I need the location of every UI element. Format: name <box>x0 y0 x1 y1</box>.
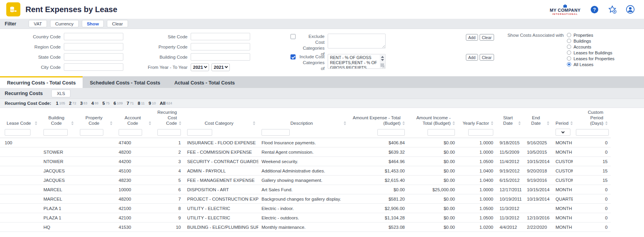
sort-icon[interactable] <box>453 121 455 126</box>
page-link-6[interactable]: 6109 <box>114 101 123 106</box>
tab-scheduled-costs-total-costs[interactable]: Scheduled Costs - Total Costs <box>83 76 167 88</box>
radio-option-leases-for-properties[interactable]: Leases for Properties <box>567 56 615 61</box>
radio-option-leases-for-buildings[interactable]: Leases for Buildings <box>567 50 615 56</box>
radio-option-accounts[interactable]: Accounts <box>567 44 615 50</box>
column-header-recurring-cost-code[interactable]: Recurring Cost Code <box>154 108 184 128</box>
table-row[interactable]: JACQUES482305FEE - MANAGEMENT EXPENSEGal… <box>0 176 611 185</box>
table-row[interactable]: NTOWER442003SECURITY - CONTRACT GUARDSWe… <box>0 157 611 166</box>
column-filter-lease-code[interactable] <box>5 129 31 136</box>
page-link-3[interactable]: 383 <box>80 101 87 106</box>
resize-handle-icon[interactable] <box>381 44 385 48</box>
column-header-cost-category[interactable]: Cost Category <box>184 108 258 128</box>
help-icon[interactable]: ? <box>590 5 599 14</box>
sort-icon[interactable] <box>110 121 112 126</box>
scroll-down-icon[interactable] <box>381 59 384 61</box>
sort-icon[interactable] <box>149 121 151 126</box>
page-link-9[interactable]: 910 <box>149 101 156 106</box>
sort-icon[interactable] <box>491 121 493 126</box>
page-link-all[interactable]: All624 <box>160 101 172 106</box>
include-cost-textarea[interactable]: RENT - % OF GROSS RECEIPTS,RENT - % OF G… <box>328 54 386 69</box>
column-header-end-date[interactable]: End Date <box>524 108 552 128</box>
table-row[interactable]: STOWER482002FEE - COMMISSION EXPENSERent… <box>0 147 611 157</box>
show-button[interactable]: Show <box>82 20 104 27</box>
sort-icon[interactable] <box>344 121 346 126</box>
page-link-4[interactable]: 488 <box>91 101 98 106</box>
filter-field-input-region-code[interactable] <box>64 43 123 50</box>
radio-option-properties[interactable]: Properties <box>567 32 615 38</box>
sort-icon[interactable] <box>547 121 549 126</box>
include-cost-checkbox[interactable] <box>290 54 296 59</box>
column-filter-cost-category[interactable] <box>187 129 212 136</box>
sort-icon[interactable] <box>570 121 573 126</box>
column-header-description[interactable]: Description <box>258 108 349 128</box>
column-label: Yearly Factor <box>461 120 489 126</box>
column-header-building-code[interactable]: Building Code <box>40 108 77 128</box>
column-filter-custom-period-days[interactable] <box>576 129 609 136</box>
page-link-8[interactable]: 811 <box>138 101 145 106</box>
column-filter-property-code[interactable] <box>80 129 103 136</box>
column-header-yearly-factor[interactable]: Yearly Factor <box>458 108 496 128</box>
radio-option-all-leases[interactable]: All Leases <box>567 61 615 67</box>
column-filter-description[interactable] <box>262 129 290 136</box>
scroll-up-icon[interactable] <box>381 56 384 58</box>
star-plus-icon[interactable] <box>608 5 617 14</box>
cell-account-code: 48200 <box>115 147 154 157</box>
table-row[interactable]: PLAZA 1421008UTILITY - ELECTRICElectric … <box>0 204 611 213</box>
column-header-start-date[interactable]: Start Date <box>496 108 524 128</box>
sort-icon[interactable] <box>253 121 255 126</box>
column-filter-amount-expense-total-budget[interactable] <box>377 129 405 136</box>
from-year-select[interactable]: 2021 <box>191 63 209 71</box>
table-row[interactable]: JACQUES451004ADMIN - PAYROLLAdditional A… <box>0 166 611 176</box>
sort-icon[interactable] <box>71 121 74 126</box>
column-header-property-code[interactable]: Property Code <box>77 108 115 128</box>
page-link-1[interactable]: 1105 <box>56 101 65 106</box>
column-filter-yearly-factor[interactable] <box>468 129 493 136</box>
to-year-select[interactable]: 2021 <box>211 63 230 71</box>
sort-icon[interactable] <box>402 121 405 126</box>
table-row[interactable]: MARCEL100006DISPOSITION - ARTArt Sales F… <box>0 185 611 194</box>
column-filter-period[interactable] <box>556 129 570 136</box>
sort-icon[interactable] <box>179 121 181 126</box>
filter-field-input-state-code[interactable] <box>64 53 123 61</box>
sort-icon[interactable] <box>605 121 608 126</box>
filter-field-input-building-code[interactable] <box>191 53 250 61</box>
radio-label: Leases for Properties <box>574 56 615 61</box>
table-row[interactable]: HQ4153010BUILDING - ELEC/PLUMBING SUPPLI… <box>0 223 611 232</box>
column-filter-amount-income-total-budget[interactable] <box>428 129 455 136</box>
column-filter-building-code[interactable] <box>43 129 68 136</box>
column-header-custom-period-days[interactable]: Custom Period (Days) <box>573 108 611 128</box>
page-link-7[interactable]: 771 <box>126 101 133 106</box>
xls-export-button[interactable]: XLS <box>51 90 70 97</box>
filter-field-input-site-code[interactable] <box>191 33 250 40</box>
tab-recurring-costs-total-costs[interactable]: Recurring Costs - Total Costs <box>0 76 83 88</box>
column-header-period[interactable]: Period <box>552 108 573 128</box>
page-link-5[interactable]: 575 <box>103 101 110 106</box>
radio-option-buildings[interactable]: Buildings <box>567 38 615 44</box>
filter-field-input-city-code[interactable] <box>64 63 123 71</box>
exclude-cost-textarea[interactable] <box>328 34 386 48</box>
tab-actual-costs-total-costs[interactable]: Actual Costs - Total Costs <box>167 76 242 88</box>
table-row[interactable]: MARCEL482007PROJECT - CONSTRUCTION EXPEN… <box>0 194 611 204</box>
page-link-2[interactable]: 272 <box>69 101 76 106</box>
clear-button[interactable]: Clear <box>480 54 494 61</box>
filter-field-input-property-code[interactable] <box>191 43 250 50</box>
column-header-amount-expense-total-budget[interactable]: Amount Expense - Total (Budget) <box>349 108 408 128</box>
table-row[interactable]: PLAZA 1421009UTILITY - ELECTRICElectric … <box>0 213 611 223</box>
clear-button[interactable]: Clear <box>107 20 128 27</box>
column-filter-account-code[interactable] <box>119 129 142 136</box>
add-button[interactable]: Add <box>466 34 478 41</box>
column-header-amount-income-total-budget[interactable]: Amount Income - Total (Budget) <box>408 108 458 128</box>
table-row[interactable]: 100474001INSURANCE - FLOOD EXPENSEFlood … <box>0 138 611 147</box>
column-filter-recurring-cost-code[interactable] <box>157 129 181 136</box>
sort-icon[interactable] <box>518 121 521 126</box>
add-button[interactable]: Add <box>466 54 478 61</box>
cell-period: MONTH <box>552 204 573 213</box>
exclude-cost-checkbox[interactable] <box>290 34 296 39</box>
user-icon[interactable] <box>626 5 635 14</box>
column-header-lease-code[interactable]: Lease Code <box>0 108 40 128</box>
filter-field-input-country-code[interactable] <box>64 33 123 40</box>
sort-icon[interactable] <box>35 121 37 126</box>
column-header-account-code[interactable]: Account Code <box>115 108 154 128</box>
vat-button[interactable]: VAT <box>29 20 47 27</box>
currency-button[interactable]: Currency <box>50 20 79 27</box>
